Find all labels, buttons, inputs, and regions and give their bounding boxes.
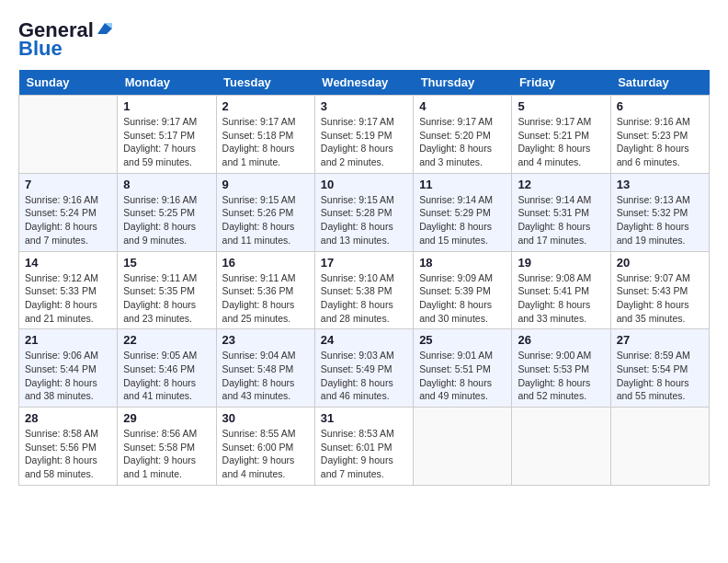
calendar-cell: 19Sunrise: 9:08 AMSunset: 5:41 PMDayligh… xyxy=(512,251,610,329)
day-number: 26 xyxy=(518,333,604,347)
logo-icon xyxy=(96,19,114,38)
day-number: 28 xyxy=(25,411,111,425)
calendar-cell: 12Sunrise: 9:14 AMSunset: 5:31 PMDayligh… xyxy=(512,173,610,251)
calendar-week-3: 14Sunrise: 9:12 AMSunset: 5:33 PMDayligh… xyxy=(19,251,710,329)
day-number: 20 xyxy=(617,256,703,270)
day-number: 1 xyxy=(123,99,210,113)
day-number: 23 xyxy=(222,333,309,347)
calendar-cell: 20Sunrise: 9:07 AMSunset: 5:43 PMDayligh… xyxy=(610,251,709,329)
day-number: 12 xyxy=(518,178,604,191)
day-info: Sunrise: 8:58 AMSunset: 5:56 PMDaylight:… xyxy=(25,427,111,481)
day-info: Sunrise: 9:15 AMSunset: 5:26 PMDaylight:… xyxy=(222,193,309,247)
day-info: Sunrise: 8:55 AMSunset: 6:00 PMDaylight:… xyxy=(222,427,309,481)
calendar-cell: 24Sunrise: 9:03 AMSunset: 5:49 PMDayligh… xyxy=(314,329,413,408)
calendar-cell: 23Sunrise: 9:04 AMSunset: 5:48 PMDayligh… xyxy=(216,329,314,408)
day-info: Sunrise: 9:14 AMSunset: 5:31 PMDaylight:… xyxy=(518,193,604,247)
calendar-cell: 17Sunrise: 9:10 AMSunset: 5:38 PMDayligh… xyxy=(314,251,413,329)
calendar-cell: 13Sunrise: 9:13 AMSunset: 5:32 PMDayligh… xyxy=(610,173,709,251)
calendar-cell: 26Sunrise: 9:00 AMSunset: 5:53 PMDayligh… xyxy=(512,329,610,408)
day-info: Sunrise: 9:11 AMSunset: 5:35 PMDaylight:… xyxy=(123,271,210,326)
day-info: Sunrise: 9:17 AMSunset: 5:21 PMDaylight:… xyxy=(518,115,604,169)
day-info: Sunrise: 9:17 AMSunset: 5:18 PMDaylight:… xyxy=(222,115,309,169)
header-monday: Monday xyxy=(118,70,216,96)
day-number: 11 xyxy=(419,178,506,191)
day-info: Sunrise: 9:16 AMSunset: 5:24 PMDaylight:… xyxy=(25,193,111,247)
calendar-cell: 27Sunrise: 8:59 AMSunset: 5:54 PMDayligh… xyxy=(610,329,709,408)
day-number: 15 xyxy=(123,256,210,270)
day-info: Sunrise: 9:09 AMSunset: 5:39 PMDaylight:… xyxy=(419,271,506,326)
calendar-cell: 18Sunrise: 9:09 AMSunset: 5:39 PMDayligh… xyxy=(414,251,512,329)
day-number: 7 xyxy=(25,178,111,191)
day-info: Sunrise: 9:00 AMSunset: 5:53 PMDaylight:… xyxy=(518,349,604,403)
day-info: Sunrise: 8:56 AMSunset: 5:58 PMDaylight:… xyxy=(123,427,210,481)
calendar-cell: 4Sunrise: 9:17 AMSunset: 5:20 PMDaylight… xyxy=(414,96,512,174)
day-info: Sunrise: 9:05 AMSunset: 5:46 PMDaylight:… xyxy=(123,349,210,403)
day-info: Sunrise: 9:17 AMSunset: 5:17 PMDaylight:… xyxy=(123,115,210,169)
calendar-cell: 21Sunrise: 9:06 AMSunset: 5:44 PMDayligh… xyxy=(19,329,118,408)
logo-blue: Blue xyxy=(18,37,63,61)
calendar-week-2: 7Sunrise: 9:16 AMSunset: 5:24 PMDaylight… xyxy=(19,173,710,251)
day-number: 27 xyxy=(617,333,703,347)
calendar-cell: 5Sunrise: 9:17 AMSunset: 5:21 PMDaylight… xyxy=(512,96,610,174)
day-number: 5 xyxy=(518,99,604,113)
calendar-cell: 31Sunrise: 8:53 AMSunset: 6:01 PMDayligh… xyxy=(314,408,413,486)
day-number: 6 xyxy=(617,99,703,113)
calendar-cell: 11Sunrise: 9:14 AMSunset: 5:29 PMDayligh… xyxy=(414,173,512,251)
logo: General Blue xyxy=(18,18,114,61)
day-number: 3 xyxy=(321,99,407,113)
calendar-cell: 15Sunrise: 9:11 AMSunset: 5:35 PMDayligh… xyxy=(118,251,216,329)
day-number: 18 xyxy=(419,256,506,270)
calendar-week-1: 1Sunrise: 9:17 AMSunset: 5:17 PMDaylight… xyxy=(19,96,710,174)
day-number: 29 xyxy=(123,411,210,425)
day-info: Sunrise: 9:16 AMSunset: 5:25 PMDaylight:… xyxy=(123,193,210,247)
day-info: Sunrise: 9:11 AMSunset: 5:36 PMDaylight:… xyxy=(222,271,309,326)
calendar-cell: 7Sunrise: 9:16 AMSunset: 5:24 PMDaylight… xyxy=(19,173,118,251)
day-number: 16 xyxy=(222,256,309,270)
calendar-cell xyxy=(512,408,610,486)
day-info: Sunrise: 9:17 AMSunset: 5:19 PMDaylight:… xyxy=(321,115,407,169)
day-number: 10 xyxy=(321,178,407,191)
day-number: 31 xyxy=(321,411,407,425)
day-number: 21 xyxy=(25,333,111,347)
day-info: Sunrise: 9:03 AMSunset: 5:49 PMDaylight:… xyxy=(321,349,407,403)
day-number: 24 xyxy=(321,333,407,347)
day-number: 30 xyxy=(222,411,309,425)
calendar-cell: 8Sunrise: 9:16 AMSunset: 5:25 PMDaylight… xyxy=(118,173,216,251)
calendar-cell: 30Sunrise: 8:55 AMSunset: 6:00 PMDayligh… xyxy=(216,408,314,486)
calendar-cell: 22Sunrise: 9:05 AMSunset: 5:46 PMDayligh… xyxy=(118,329,216,408)
calendar-cell: 2Sunrise: 9:17 AMSunset: 5:18 PMDaylight… xyxy=(216,96,314,174)
day-info: Sunrise: 9:06 AMSunset: 5:44 PMDaylight:… xyxy=(25,349,111,403)
day-info: Sunrise: 8:53 AMSunset: 6:01 PMDaylight:… xyxy=(321,427,407,481)
calendar-cell: 14Sunrise: 9:12 AMSunset: 5:33 PMDayligh… xyxy=(19,251,118,329)
day-info: Sunrise: 9:17 AMSunset: 5:20 PMDaylight:… xyxy=(419,115,506,169)
day-info: Sunrise: 9:08 AMSunset: 5:41 PMDaylight:… xyxy=(518,271,604,326)
day-number: 4 xyxy=(419,99,506,113)
day-info: Sunrise: 9:15 AMSunset: 5:28 PMDaylight:… xyxy=(321,193,407,247)
calendar-week-4: 21Sunrise: 9:06 AMSunset: 5:44 PMDayligh… xyxy=(19,329,710,408)
page-header: General Blue xyxy=(18,18,710,61)
calendar-cell: 3Sunrise: 9:17 AMSunset: 5:19 PMDaylight… xyxy=(314,96,413,174)
header-saturday: Saturday xyxy=(610,70,709,96)
day-info: Sunrise: 9:04 AMSunset: 5:48 PMDaylight:… xyxy=(222,349,309,403)
day-info: Sunrise: 9:01 AMSunset: 5:51 PMDaylight:… xyxy=(419,349,506,403)
calendar-cell: 16Sunrise: 9:11 AMSunset: 5:36 PMDayligh… xyxy=(216,251,314,329)
day-number: 19 xyxy=(518,256,604,270)
day-number: 2 xyxy=(222,99,309,113)
calendar-cell: 1Sunrise: 9:17 AMSunset: 5:17 PMDaylight… xyxy=(118,96,216,174)
calendar-header-row: SundayMondayTuesdayWednesdayThursdayFrid… xyxy=(19,70,710,96)
day-number: 8 xyxy=(123,178,210,191)
day-info: Sunrise: 9:16 AMSunset: 5:23 PMDaylight:… xyxy=(617,115,703,169)
day-number: 17 xyxy=(321,256,407,270)
calendar-cell xyxy=(19,96,118,174)
day-number: 9 xyxy=(222,178,309,191)
header-wednesday: Wednesday xyxy=(314,70,413,96)
calendar-cell: 29Sunrise: 8:56 AMSunset: 5:58 PMDayligh… xyxy=(118,408,216,486)
calendar-cell: 28Sunrise: 8:58 AMSunset: 5:56 PMDayligh… xyxy=(19,408,118,486)
day-info: Sunrise: 9:14 AMSunset: 5:29 PMDaylight:… xyxy=(419,193,506,247)
calendar-cell: 9Sunrise: 9:15 AMSunset: 5:26 PMDaylight… xyxy=(216,173,314,251)
header-friday: Friday xyxy=(512,70,610,96)
calendar-table: SundayMondayTuesdayWednesdayThursdayFrid… xyxy=(18,70,710,486)
day-info: Sunrise: 9:12 AMSunset: 5:33 PMDaylight:… xyxy=(25,271,111,326)
day-number: 13 xyxy=(617,178,703,191)
day-info: Sunrise: 8:59 AMSunset: 5:54 PMDaylight:… xyxy=(617,349,703,403)
